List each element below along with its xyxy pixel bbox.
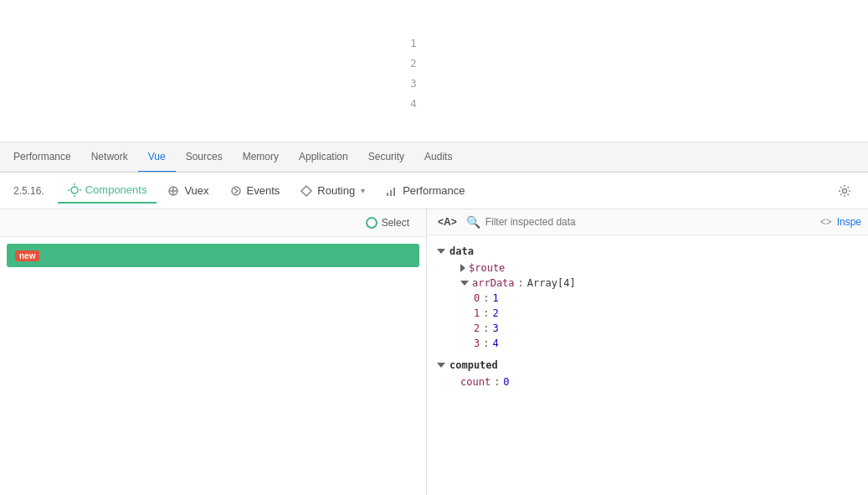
minus-icon-0[interactable]: − [519,293,526,304]
left-panel: Select new [0,209,427,495]
data-expand-icon [437,249,445,254]
svg-rect-12 [393,188,395,196]
svg-point-8 [232,187,240,195]
line-1: 1 [410,34,417,54]
svg-rect-10 [387,193,388,196]
devtools-tab-bar: Performance Network Vue Sources Memory A… [0,142,868,173]
select-button[interactable]: Select [359,214,416,231]
line-3: 3 [410,74,417,94]
settings-btn[interactable] [828,179,861,203]
vue-version: 2.5.16. [7,185,51,197]
array-val-1: 2 [492,307,498,319]
performance-icon [385,184,398,198]
data-section-header[interactable]: data [427,242,868,260]
vuex-label: Vuex [184,184,208,197]
plus-icon-0[interactable]: + [530,293,537,304]
route-item[interactable]: $route [427,260,868,276]
array-index-1: 1 [474,307,480,319]
tab-security[interactable]: Security [358,142,414,173]
array-val-2: 3 [492,322,498,334]
component-list: new [0,237,426,495]
array-item-1[interactable]: 1 : 2 [427,306,868,321]
data-tree: data $route arrData : Array[4] 0 : 1 ✎ [427,235,868,495]
arrdata-expand-icon [460,281,469,286]
count-value: 0 [503,376,509,388]
vuex-icon [167,184,180,198]
vuex-btn[interactable]: Vuex [157,179,218,203]
count-item[interactable]: count : 0 [427,374,868,389]
computed-section-header[interactable]: computed [427,356,868,374]
arrdata-key: arrData [472,277,515,289]
data-section-label: data [449,245,474,257]
settings-icon [838,184,851,198]
select-bar: Select [0,209,426,237]
vue-toolbar: 2.5.16. Components Vuex [0,173,868,209]
computed-expand-icon [437,363,445,368]
more-icon-0[interactable]: ⋮ [557,293,568,304]
select-circle-icon [366,217,378,229]
count-key: count [460,376,490,388]
route-expand-icon [460,264,465,272]
components-label: Components [85,183,147,196]
components-icon [68,183,81,197]
svg-point-0 [71,187,78,193]
routing-label: Routing [317,184,355,197]
tab-memory[interactable]: Memory [233,142,289,173]
search-icon[interactable]: 🔍 [466,215,480,229]
array-item-2[interactable]: 2 : 3 [427,321,868,336]
route-key: $route [469,262,505,274]
array-index-0: 0 [474,292,480,304]
routing-dropdown-icon: ▾ [361,186,365,195]
performance-label: Performance [403,184,465,197]
array-item-3[interactable]: 3 : 4 [427,336,868,351]
routing-btn[interactable]: Routing ▾ [290,179,375,203]
tab-vue[interactable]: Vue [138,142,176,173]
events-icon [229,184,243,198]
code-area: 1 2 3 4 [0,0,868,142]
arrdata-item[interactable]: arrData : Array[4] [427,276,868,291]
array-index-3: 3 [474,338,480,349]
array-val-3: 4 [492,338,498,349]
events-btn[interactable]: Events [219,179,290,203]
line-4: 4 [410,94,417,114]
inspect-button[interactable]: Inspe [837,216,861,228]
tag-button[interactable]: <A> [434,214,461,229]
line-numbers: 1 2 3 4 [410,34,417,114]
line-2: 2 [410,54,417,74]
svg-rect-11 [390,190,392,196]
svg-marker-9 [301,186,311,196]
tab-application[interactable]: Application [289,142,358,173]
array-item-0[interactable]: 0 : 1 ✎ − + 🗑 ⋮ [427,291,868,306]
computed-section-label: computed [449,359,498,371]
array-val-0: 1 [492,292,498,304]
arrdata-type: Array[4] [527,277,576,289]
main-area: Select new <A> 🔍 <> Inspe data [0,209,868,495]
performance-btn[interactable]: Performance [375,179,475,203]
routing-icon [300,184,313,198]
code-brackets: <> [820,216,832,228]
tab-network[interactable]: Network [81,142,138,173]
tab-sources[interactable]: Sources [176,142,233,173]
events-label: Events [247,184,280,197]
components-btn[interactable]: Components [58,178,157,204]
edit-icon-0[interactable]: ✎ [507,293,514,304]
component-item-new[interactable]: new [7,244,419,267]
badge-new: new [15,250,39,261]
tab-performance[interactable]: Performance [3,142,81,173]
right-panel: <A> 🔍 <> Inspe data $route arrData : A [427,209,868,495]
svg-point-13 [843,188,847,193]
array-index-2: 2 [474,322,480,334]
inspector-toolbar: <A> 🔍 <> Inspe [427,209,868,235]
filter-input[interactable] [485,216,815,228]
select-label: Select [382,217,409,229]
delete-icon-0[interactable]: 🗑 [542,293,552,304]
tab-audits[interactable]: Audits [414,142,462,173]
